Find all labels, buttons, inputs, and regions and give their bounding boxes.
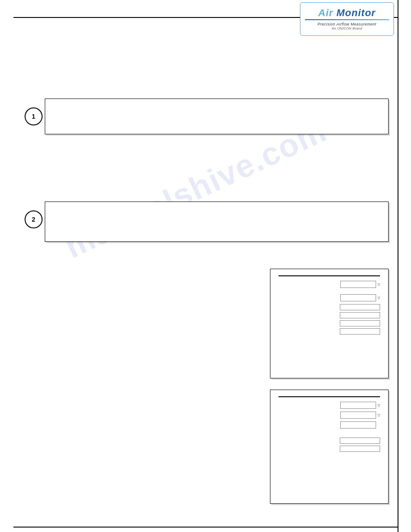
brand-logo: Air Monitor Precision Airflow Measuremen… <box>300 2 394 36</box>
panel2-row-3: ▽ <box>278 421 380 429</box>
panel-box-1: ▽ ▽ <box>270 269 389 378</box>
panel1-spacer-1 <box>278 291 380 294</box>
brand-name: Air Monitor <box>318 8 376 18</box>
watermark-text: manualshive.com <box>59 112 332 265</box>
section-bullet-2-label: 2 <box>32 216 35 223</box>
panel2-spacer <box>278 431 380 438</box>
panel1-input-4[interactable] <box>340 312 380 318</box>
panel1-dropdown-arrow-2[interactable]: ▽ <box>377 296 380 300</box>
panel-box-2: ▽ ▽ ▽ <box>270 390 389 504</box>
panel1-input-3[interactable] <box>340 304 380 310</box>
panel2-dropdown-arrow-2[interactable]: ▽ <box>377 413 380 417</box>
right-border-line <box>398 0 398 532</box>
panel1-input-1[interactable] <box>340 281 376 288</box>
section-box-1 <box>45 99 389 134</box>
section-bullet-1-label: 1 <box>32 113 35 120</box>
panel1-header-line <box>278 275 380 276</box>
brand-logo-line <box>305 19 389 20</box>
panel1-row-2: ▽ <box>278 294 380 301</box>
brand-sub-tagline: An ONICON Brand <box>332 26 362 30</box>
panel2-input-4[interactable] <box>340 438 380 444</box>
panel1-stacked-inputs <box>278 304 380 335</box>
panel1-dropdown-arrow-1[interactable]: ▽ <box>377 283 380 287</box>
brand-name-part2: Monitor <box>333 7 376 18</box>
section-bullet-1: 1 <box>25 107 43 125</box>
panel2-dropdown-arrow-1[interactable]: ▽ <box>377 403 380 408</box>
bottom-border-line <box>13 527 398 528</box>
brand-tagline: Precision Airflow Measurement <box>317 22 376 26</box>
panel2-row-1: ▽ <box>278 402 380 409</box>
panel1-row-1: ▽ <box>278 281 380 288</box>
panel2-stacked-inputs <box>278 438 380 452</box>
panel2-input-5[interactable] <box>340 446 380 452</box>
panel2-row-2: ▽ <box>278 412 380 419</box>
section-bullet-2: 2 <box>25 210 43 228</box>
panel2-input-2[interactable] <box>340 412 376 419</box>
panel2-header-line <box>278 396 380 397</box>
section-box-2 <box>45 202 389 242</box>
panel2-input-3[interactable] <box>340 421 376 429</box>
brand-name-part1: Air <box>318 7 334 18</box>
panel1-input-2[interactable] <box>340 294 376 301</box>
panel2-input-1[interactable] <box>340 402 376 409</box>
panel1-input-6[interactable] <box>340 328 380 335</box>
panel1-input-5[interactable] <box>340 320 380 326</box>
